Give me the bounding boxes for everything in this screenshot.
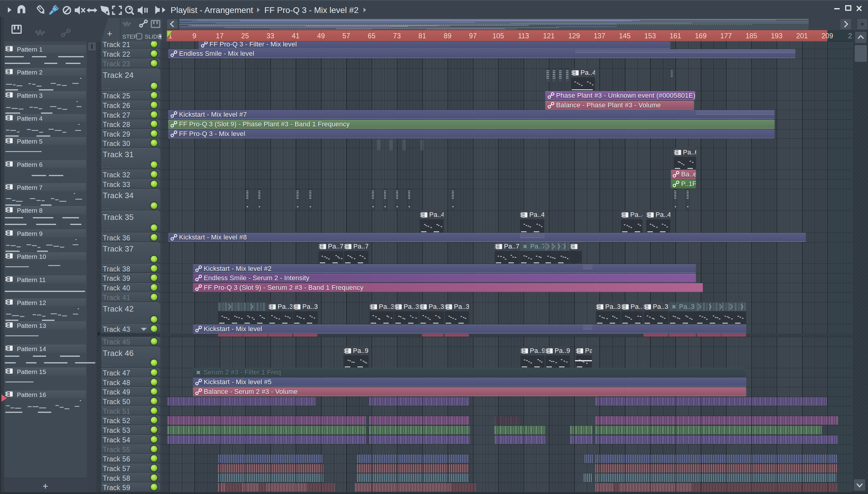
svg-text:STEP: STEP bbox=[122, 34, 137, 40]
svg-text:Playlist - Arrangement: Playlist - Arrangement bbox=[171, 5, 253, 15]
svg-text:FF Pro-Q 3 - Mix level #2: FF Pro-Q 3 - Mix level #2 bbox=[264, 5, 359, 15]
